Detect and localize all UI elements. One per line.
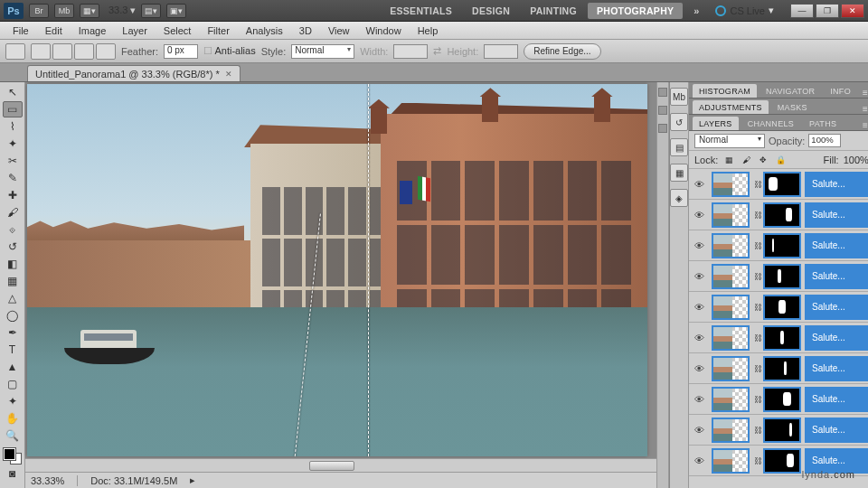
menu-analysis[interactable]: Analysis	[239, 23, 290, 38]
fill-input[interactable]: 100%	[844, 155, 868, 165]
pen-tool-icon[interactable]: ✒	[3, 324, 23, 341]
layer-thumbnail[interactable]	[712, 325, 750, 351]
workspace-painting[interactable]: PAINTING	[521, 3, 586, 19]
layer-row[interactable]: 👁⛓Salute...	[689, 292, 868, 323]
mask-link-icon[interactable]: ⛓	[752, 303, 763, 312]
lasso-tool-icon[interactable]: ⌇	[3, 118, 23, 135]
document-canvas[interactable]	[27, 84, 647, 456]
workspace-essentials[interactable]: ESSENTIALS	[381, 3, 461, 19]
collapsed-panel-strip[interactable]	[656, 82, 669, 488]
visibility-toggle-icon[interactable]: 👁	[689, 363, 709, 374]
visibility-toggle-icon[interactable]: 👁	[689, 333, 709, 343]
mask-link-icon[interactable]: ⛓	[752, 426, 763, 435]
workspace-more-icon[interactable]: »	[688, 5, 704, 16]
tab-layers[interactable]: LAYERS	[693, 117, 739, 130]
tab-histogram[interactable]: HISTOGRAM	[693, 84, 757, 98]
mask-link-icon[interactable]: ⛓	[752, 272, 763, 281]
menu-image[interactable]: Image	[71, 23, 114, 38]
arrange-docs-icon[interactable]: ▤▾	[141, 4, 161, 18]
visibility-toggle-icon[interactable]: 👁	[689, 394, 709, 405]
workspace-photography[interactable]: PHOTOGRAPHY	[588, 3, 683, 19]
visibility-toggle-icon[interactable]: 👁	[689, 210, 709, 221]
mask-link-icon[interactable]: ⛓	[752, 395, 763, 404]
status-zoom[interactable]: 33.33%	[31, 475, 64, 486]
history-panel-icon[interactable]: ↺	[670, 113, 688, 131]
collapsed-panel-icon[interactable]	[658, 106, 667, 115]
visibility-toggle-icon[interactable]: 👁	[689, 271, 709, 282]
layer-mask-thumbnail[interactable]	[763, 295, 801, 320]
3d-tool-icon[interactable]: ✦	[3, 393, 23, 409]
tab-paths[interactable]: PATHS	[803, 117, 843, 130]
mask-link-icon[interactable]: ⛓	[752, 180, 763, 189]
blur-tool-icon[interactable]: △	[3, 290, 23, 306]
lock-pixels-icon[interactable]: 🖌	[740, 154, 752, 166]
status-doc-size[interactable]: Doc: 33.1M/149.5M	[90, 475, 177, 486]
history-brush-tool-icon[interactable]: ↺	[3, 239, 23, 255]
cs-live-button[interactable]: CS Live ▾	[710, 5, 779, 16]
tab-masks[interactable]: MASKS	[771, 100, 814, 114]
layer-row[interactable]: 👁⛓Salute...	[689, 169, 868, 200]
lock-transparency-icon[interactable]: ▦	[722, 154, 735, 166]
dodge-tool-icon[interactable]: ◯	[3, 307, 23, 324]
selection-intersect-icon[interactable]	[96, 43, 116, 60]
blend-mode-select[interactable]: Normal	[694, 134, 765, 148]
visibility-toggle-icon[interactable]: 👁	[689, 179, 709, 190]
menu-3d[interactable]: 3D	[292, 23, 319, 38]
tab-adjustments[interactable]: ADJUSTMENTS	[693, 100, 769, 114]
panel-menu-icon[interactable]: ≡	[860, 104, 868, 114]
layer-name[interactable]: Salute...	[805, 202, 868, 228]
collapsed-panel-icon[interactable]	[658, 124, 667, 133]
layer-name[interactable]: Salute...	[805, 387, 868, 412]
panel-menu-icon[interactable]: ≡	[860, 88, 868, 98]
window-minimize-icon[interactable]: —	[790, 4, 814, 18]
minibridge-icon[interactable]: Mb	[54, 4, 74, 18]
layer-mask-thumbnail[interactable]	[763, 172, 801, 197]
layer-thumbnail[interactable]	[712, 202, 750, 228]
layer-mask-thumbnail[interactable]	[763, 325, 801, 351]
tab-navigator[interactable]: NAVIGATOR	[760, 84, 821, 98]
horizontal-scrollbar[interactable]	[25, 458, 656, 472]
healing-tool-icon[interactable]: ✚	[3, 187, 23, 203]
visibility-toggle-icon[interactable]: 👁	[689, 302, 709, 313]
color-swatches[interactable]	[4, 448, 22, 465]
tab-channels[interactable]: CHANNELS	[741, 117, 800, 130]
close-tab-icon[interactable]: ✕	[225, 70, 232, 79]
layer-thumbnail[interactable]	[712, 264, 750, 289]
layer-thumbnail[interactable]	[712, 448, 750, 474]
visibility-toggle-icon[interactable]: 👁	[689, 455, 709, 466]
menu-window[interactable]: Window	[359, 23, 409, 38]
swatches-panel-icon[interactable]: ▦	[670, 164, 688, 182]
mask-link-icon[interactable]: ⛓	[752, 333, 763, 343]
brush-tool-icon[interactable]: 🖌	[3, 204, 23, 221]
layer-name[interactable]: Salute...	[805, 264, 868, 289]
layer-mask-thumbnail[interactable]	[763, 233, 801, 258]
workspace-design[interactable]: DESIGN	[463, 3, 519, 19]
layer-mask-thumbnail[interactable]	[763, 356, 801, 381]
layer-row[interactable]: 👁⛓Salute...	[689, 446, 868, 476]
mask-link-icon[interactable]: ⛓	[752, 211, 763, 220]
zoom-tool-icon[interactable]: 🔍	[3, 427, 23, 444]
layer-thumbnail[interactable]	[712, 356, 750, 381]
stamp-tool-icon[interactable]: ⟐	[3, 221, 23, 238]
menu-help[interactable]: Help	[410, 23, 446, 38]
layer-mask-thumbnail[interactable]	[763, 387, 801, 412]
layer-mask-thumbnail[interactable]	[763, 264, 801, 289]
menu-layer[interactable]: Layer	[115, 23, 155, 38]
lock-position-icon[interactable]: ✥	[757, 154, 769, 166]
screen-mode-icon[interactable]: ▣▾	[166, 4, 186, 18]
feather-input[interactable]: 0 px	[164, 44, 198, 59]
layer-row[interactable]: 👁⛓Salute...	[689, 200, 868, 230]
quick-select-tool-icon[interactable]: ✦	[3, 136, 23, 152]
bridge-icon[interactable]: Br	[29, 4, 49, 18]
layer-row[interactable]: 👁⛓Salute...	[689, 261, 868, 292]
refine-edge-button[interactable]: Refine Edge...	[524, 43, 600, 60]
layer-name[interactable]: Salute...	[805, 295, 868, 320]
type-tool-icon[interactable]: T	[3, 342, 23, 358]
layer-name[interactable]: Salute...	[805, 172, 868, 197]
view-extras-icon[interactable]: ▦▾	[80, 4, 99, 18]
clone-panel-icon[interactable]: ◈	[670, 189, 688, 207]
path-select-tool-icon[interactable]: ▲	[3, 359, 23, 375]
visibility-toggle-icon[interactable]: 👁	[689, 240, 709, 251]
visibility-toggle-icon[interactable]: 👁	[689, 425, 709, 436]
eyedropper-tool-icon[interactable]: ✎	[3, 170, 23, 186]
